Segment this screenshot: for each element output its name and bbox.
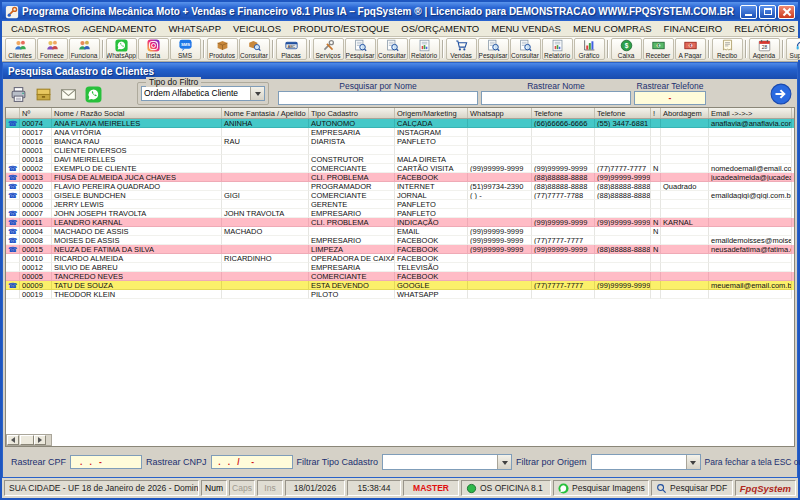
client-row-00019[interactable]: 00019THEODOR KLEINPILOTOWHATSAPP bbox=[6, 290, 794, 299]
column-header-tel2[interactable]: Telefone bbox=[595, 108, 651, 118]
cell-tel2 bbox=[595, 146, 651, 155]
toolbar-clientes-button[interactable]: Clientes bbox=[5, 38, 36, 60]
column-header-fantasia[interactable]: Nome Fantasia / Apelido bbox=[222, 108, 309, 118]
toolbar-sms-button[interactable]: SMSSMS bbox=[170, 38, 201, 60]
search-name-input[interactable] bbox=[278, 91, 478, 105]
chevron-down-icon[interactable] bbox=[686, 455, 700, 469]
grid-header-row: NºNome / Razão SocialNome Fantasia / Ape… bbox=[6, 108, 794, 119]
status-search-pdf[interactable]: Pesquisar PDF bbox=[651, 480, 733, 496]
scroll-thumb[interactable] bbox=[20, 435, 34, 445]
whatsapp-send-button[interactable] bbox=[82, 83, 104, 105]
column-header-flag[interactable]: ! bbox=[651, 108, 661, 118]
client-row-00007[interactable]: ☎00007JOHN JOSEPH TRAVOLTAJOHN TRAVOLTAE… bbox=[6, 209, 794, 218]
column-header-tipo[interactable]: Tipo Cadastro bbox=[309, 108, 395, 118]
client-row-00074[interactable]: ☎00074ANA FLAVIA MEIRELLESANINHAAUTONOMO… bbox=[6, 119, 794, 128]
client-row-00005[interactable]: 00005TANCREDO NEVESCOMERCIANTEFACEBOOK bbox=[6, 272, 794, 281]
client-row-00013[interactable]: ☎00013FIUSA DE ALMEIDA JUCA CHAVESCLI. P… bbox=[6, 173, 794, 182]
print-button[interactable] bbox=[7, 83, 29, 105]
menu-relat-rios[interactable]: RELATÓRIOS bbox=[728, 22, 800, 35]
column-header-nome[interactable]: Nome / Razão Social bbox=[52, 108, 222, 118]
client-row-00020[interactable]: ☎00020FLAVIO PEREIRA QUADRADOPROGRAMADOR… bbox=[6, 182, 794, 191]
client-row-00011[interactable]: ☎00011LEANDRO KARNALCLI. PROBLEMAINDICAÇ… bbox=[6, 218, 794, 227]
toolbar-servi-os-button[interactable]: Serviços bbox=[313, 38, 344, 60]
menu-menu-vendas[interactable]: MENU VENDAS bbox=[485, 22, 567, 35]
menu-cadastros[interactable]: CADASTROS bbox=[5, 22, 76, 35]
menu-veiculos[interactable]: VEICULOS bbox=[227, 22, 287, 35]
column-header-origem[interactable]: Origem/Marketing bbox=[395, 108, 468, 118]
client-row-00012[interactable]: 00012SILVIO DE ABREUEMPRESARIATELEVISÃO bbox=[6, 263, 794, 272]
column-header-num[interactable]: Nº bbox=[20, 108, 52, 118]
menu-menu-compras[interactable]: MENU COMPRAS bbox=[567, 22, 658, 35]
client-row-00004[interactable]: ☎00004MACHADO DE ASSISMACHADOEMAIL(99)99… bbox=[6, 227, 794, 236]
column-header-abordagem[interactable]: Abordagem bbox=[661, 108, 709, 118]
filter-origem-select[interactable] bbox=[591, 454, 701, 470]
scroll-left-arrow[interactable] bbox=[7, 435, 19, 445]
toolbar-consultar-button[interactable]: Consultar bbox=[510, 38, 541, 60]
trace-phone-input[interactable]: - bbox=[634, 91, 706, 105]
menu-financeiro[interactable]: FINANCEIRO bbox=[658, 22, 729, 35]
column-header-icon[interactable] bbox=[6, 108, 20, 118]
filter-type-select[interactable]: Ordem Alfabetica Cliente bbox=[141, 86, 265, 101]
menu-produto-estoque[interactable]: PRODUTO/ESTOQUE bbox=[287, 22, 395, 35]
client-row-00003[interactable]: ☎00003GISELE BUNDCHENGIGICOMERCIANTEJORN… bbox=[6, 191, 794, 200]
toolbar-pesquisar-button[interactable]: Pesquisar bbox=[478, 38, 509, 60]
column-header-whatsapp[interactable]: Whatsapp bbox=[468, 108, 532, 118]
toolbar-consultar-button[interactable]: Consultar bbox=[239, 38, 270, 60]
toolbar-agenda-button[interactable]: 28Agenda bbox=[749, 38, 780, 60]
toolbar-receber-button[interactable]: $Receber bbox=[643, 38, 674, 60]
toolbar-pesquisar-button[interactable]: Pesquisar bbox=[345, 38, 376, 60]
column-header-tel1[interactable]: Telefone bbox=[532, 108, 595, 118]
toolbar-button-label: Relatório bbox=[411, 52, 437, 60]
toolbar-recibo-button[interactable]: Recibo bbox=[712, 38, 743, 60]
toolbar-funciona-button[interactable]: Funciona bbox=[69, 38, 100, 60]
toolbar-relat-rio-button[interactable]: Relatório bbox=[409, 38, 440, 60]
client-row-00006[interactable]: 00006JERRY LEWISGERENTEPANFLETO bbox=[6, 200, 794, 209]
menu-whatsapp[interactable]: WHATSAPP bbox=[162, 22, 227, 35]
toolbar-suporte-button[interactable]: Suporte bbox=[786, 38, 800, 60]
toolbar-vendas-button[interactable]: Vendas bbox=[446, 38, 477, 60]
status-search-images[interactable]: Pesquisar Imagens bbox=[553, 480, 649, 496]
trace-cnpj-input[interactable]: . . / - bbox=[211, 455, 293, 469]
trace-cpf-input[interactable]: . . - bbox=[70, 455, 142, 469]
horizontal-scrollbar[interactable] bbox=[6, 434, 52, 446]
client-row-00018[interactable]: 00018DAVI MEIRELLESCONSTRUTORMALA DIRETA bbox=[6, 155, 794, 164]
menu-os-or-amento[interactable]: OS/ORÇAMENTO bbox=[395, 22, 485, 35]
client-row-00016[interactable]: 00016BIANCA RAURAUDIARISTAPANFLETO bbox=[6, 137, 794, 146]
client-row-00008[interactable]: ☎00008MOISES DE ASSISEMPRESARIOFACEBOOK(… bbox=[6, 236, 794, 245]
toolbar-whatsapp-button[interactable]: WhatsApp bbox=[106, 38, 137, 60]
cell-fantasia bbox=[222, 164, 309, 173]
client-row-00015[interactable]: ☎00015NEUZA DE FATIMA DA SILVALIMPEZAFAC… bbox=[6, 245, 794, 254]
minimize-button[interactable] bbox=[740, 5, 757, 19]
toolbar-caixa-button[interactable]: $Caixa bbox=[611, 38, 642, 60]
trace-name-input[interactable] bbox=[481, 91, 631, 105]
trace-cpf-label: Rastrear CPF bbox=[11, 457, 66, 467]
toolbar-a-pagar-button[interactable]: $A Pagar bbox=[675, 38, 706, 60]
send-email-button[interactable] bbox=[57, 83, 79, 105]
toolbar-consultar-button[interactable]: Consultar bbox=[377, 38, 408, 60]
toolbar-fornece-button[interactable]: Fornece bbox=[37, 38, 68, 60]
cell-tel2 bbox=[595, 128, 651, 137]
cash-icon: $ bbox=[620, 39, 633, 52]
client-row-00009[interactable]: ☎00009TATU DE SOUZAESTA DEVENDOGOOGLE(77… bbox=[6, 281, 794, 290]
toolbar-placas-button[interactable]: ABCPlacas bbox=[276, 38, 307, 60]
toolbar-insta-button[interactable]: Insta bbox=[138, 38, 169, 60]
menu-agendamento[interactable]: AGENDAMENTO bbox=[76, 22, 162, 35]
column-header-email[interactable]: Email ->->-> bbox=[709, 108, 792, 118]
filter-tipo-cadastro-select[interactable] bbox=[382, 454, 512, 470]
toolbar-relat-rio-button[interactable]: Relatório bbox=[542, 38, 573, 60]
maximize-button[interactable] bbox=[759, 5, 776, 19]
close-button[interactable] bbox=[778, 5, 795, 19]
client-row-00001[interactable]: 00001CLIENTE DIVERSOS bbox=[6, 146, 794, 155]
client-row-00017[interactable]: 00017ANA VITÓRIAEMPRESARIAINSTAGRAM bbox=[6, 128, 794, 137]
scroll-right-arrow[interactable] bbox=[34, 435, 46, 445]
toolbar-gr-fico-button[interactable]: Gráfico bbox=[574, 38, 605, 60]
client-row-00002[interactable]: ☎00002EXEMPLO DE CLIENTECOMERCIANTECARTÃ… bbox=[6, 164, 794, 173]
cell-tel1: (77)7777-7777 bbox=[532, 236, 595, 245]
chevron-down-icon[interactable] bbox=[497, 455, 511, 469]
client-row-00010[interactable]: 00010RICARDO ALMEIDARICARDINHOOPERADORA … bbox=[6, 254, 794, 263]
cell-nome: FIUSA DE ALMEIDA JUCA CHAVES bbox=[52, 173, 222, 182]
cash-drawer-button[interactable] bbox=[32, 83, 54, 105]
chevron-down-icon[interactable] bbox=[250, 87, 264, 100]
search-go-button[interactable] bbox=[770, 82, 793, 105]
toolbar-produtos-button[interactable]: Produtos bbox=[207, 38, 238, 60]
